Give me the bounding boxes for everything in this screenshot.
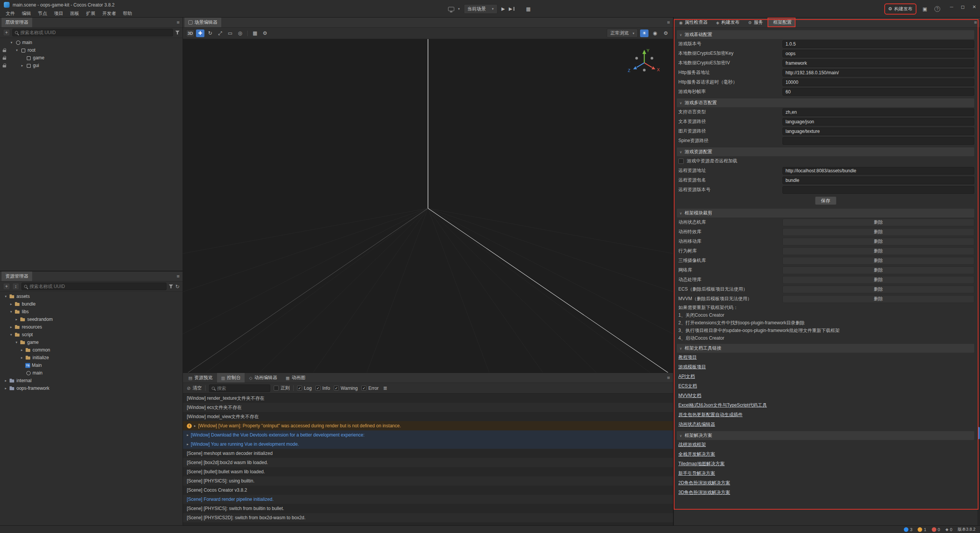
menu-item[interactable]: 文件 bbox=[2, 9, 18, 18]
inspector-tab[interactable]: 框架配置 bbox=[768, 18, 795, 27]
console-log-line[interactable]: ▸ [Window] You are running Vue in develo… bbox=[183, 440, 673, 449]
asset-node-row[interactable]: common bbox=[0, 346, 183, 354]
play-button[interactable]: ▶ bbox=[501, 6, 505, 11]
axis-gizmo[interactable]: Y X Z bbox=[628, 48, 660, 73]
expand-chevron-icon[interactable]: ▸ bbox=[194, 424, 196, 428]
bottom-panel-tab[interactable]: 动画编辑器 bbox=[245, 373, 281, 383]
asset-node-row[interactable]: seedrandom bbox=[0, 316, 183, 323]
menu-item[interactable]: 项目 bbox=[51, 9, 67, 18]
layout-icon[interactable]: ▦ bbox=[525, 6, 532, 12]
field-input[interactable] bbox=[782, 118, 974, 126]
asset-node-row[interactable]: libs bbox=[0, 308, 183, 316]
device-preview-icon[interactable] bbox=[448, 7, 454, 11]
expand-arrow-icon[interactable] bbox=[4, 386, 8, 390]
solution-link[interactable]: Tiledmap地图解决方案 bbox=[678, 461, 725, 467]
remote-load-checkbox[interactable] bbox=[678, 159, 684, 164]
console-log-line[interactable]: ▸ [Scene] Forward render pipeline initia… bbox=[183, 495, 673, 504]
hierarchy-search-field[interactable] bbox=[20, 30, 170, 35]
section-header-modules[interactable]: ∨ 框架模块裁剪 bbox=[677, 209, 974, 217]
expand-arrow-icon[interactable] bbox=[9, 333, 13, 337]
console-log-line[interactable]: ▸ [Window] model_view文件夹不存在 bbox=[183, 412, 673, 421]
minimize-button[interactable]: ─ bbox=[950, 4, 953, 10]
menu-item[interactable]: 扩展 bbox=[83, 9, 99, 18]
menu-item[interactable]: 编辑 bbox=[18, 9, 34, 18]
asset-node-row[interactable]: game bbox=[0, 338, 183, 346]
expand-chevron-icon[interactable]: ▸ bbox=[187, 442, 189, 446]
section-header-basic[interactable]: ∨ 游戏基础配置 bbox=[677, 30, 974, 39]
expand-arrow-icon[interactable] bbox=[20, 356, 24, 360]
field-input[interactable] bbox=[782, 40, 974, 48]
field-input[interactable] bbox=[782, 177, 974, 184]
console-log-line[interactable]: ▸ [Scene] [PHYSICS]: using builtin. bbox=[183, 476, 673, 486]
field-input[interactable] bbox=[782, 69, 974, 77]
delete-module-button[interactable]: 删除 bbox=[782, 228, 974, 236]
asset-node-row[interactable]: bundle bbox=[0, 300, 183, 308]
solution-link[interactable]: 3D角色扮演游戏解决方案 bbox=[678, 489, 730, 496]
collapse-logs-icon[interactable]: ≣ bbox=[382, 385, 389, 391]
tab-assets[interactable]: 资源管理器 bbox=[2, 271, 32, 281]
asset-node-row[interactable]: main bbox=[0, 369, 183, 377]
delete-module-button[interactable]: 删除 bbox=[782, 247, 974, 255]
field-input[interactable] bbox=[782, 137, 974, 145]
doc-link[interactable]: Excel格式转Json文件与TypeScript代码工具 bbox=[678, 402, 767, 409]
hierarchy-node-row[interactable]: root bbox=[0, 46, 183, 54]
field-input[interactable] bbox=[782, 88, 974, 96]
asset-node-row[interactable]: resources bbox=[0, 323, 183, 331]
expand-arrow-icon[interactable] bbox=[9, 325, 13, 329]
scene-viewport[interactable]: Y X Z bbox=[183, 39, 673, 373]
expand-arrow-icon[interactable] bbox=[15, 317, 18, 321]
console-log-line[interactable]: ▸ [Window] ecs文件夹不存在 bbox=[183, 403, 673, 412]
section-header-resource[interactable]: ∨ 游戏资源配置 bbox=[677, 147, 974, 156]
help-icon[interactable]: ? bbox=[934, 6, 940, 12]
doc-link[interactable]: 原生包热更新配置自动生成插件 bbox=[678, 412, 743, 418]
panel-menu-icon[interactable]: ≡ bbox=[667, 375, 670, 381]
rotate-tool-icon[interactable]: ↻ bbox=[206, 29, 214, 37]
expand-arrow-icon[interactable] bbox=[9, 302, 13, 306]
hierarchy-node-row[interactable]: main bbox=[0, 39, 183, 46]
hierarchy-search-input[interactable] bbox=[12, 29, 173, 36]
view-mode-select[interactable]: 正常浏览 ▾ bbox=[607, 29, 638, 38]
solution-link[interactable]: 新手引导解决方案 bbox=[678, 470, 715, 477]
field-input[interactable] bbox=[782, 167, 974, 175]
delete-module-button[interactable]: 删除 bbox=[782, 295, 974, 303]
move-tool-icon[interactable]: ✚ bbox=[196, 29, 204, 37]
inspector-tab[interactable]: 服务 bbox=[744, 18, 767, 27]
doc-link[interactable]: MVVM文档 bbox=[678, 392, 701, 399]
delete-module-button[interactable]: 删除 bbox=[782, 266, 974, 274]
section-header-language[interactable]: ∨ 游戏多语言配置 bbox=[677, 98, 974, 107]
assets-search-input[interactable] bbox=[21, 283, 167, 290]
assets-search-field[interactable] bbox=[29, 284, 164, 289]
asset-node-row[interactable]: script bbox=[0, 331, 183, 338]
doc-link[interactable]: 动画状态机编辑器 bbox=[678, 421, 715, 428]
expand-arrow-icon[interactable] bbox=[4, 294, 8, 298]
console-filter-checkbox[interactable]: Log bbox=[297, 386, 312, 391]
filter-icon[interactable] bbox=[169, 284, 173, 288]
menu-item[interactable]: 节点 bbox=[34, 9, 51, 18]
tab-hierarchy[interactable]: 层级管理器 bbox=[2, 18, 32, 27]
scale-tool-icon[interactable]: ⤢ bbox=[216, 29, 224, 37]
solution-link[interactable]: 战棋游戏框架 bbox=[678, 441, 706, 448]
asset-node-row[interactable]: Main bbox=[0, 361, 183, 369]
expand-arrow-icon[interactable] bbox=[20, 64, 24, 67]
info-count[interactable]: 3 bbox=[904, 527, 912, 532]
field-input[interactable] bbox=[782, 128, 974, 135]
console-search-field[interactable] bbox=[217, 386, 268, 391]
bottom-panel-tab[interactable]: 动画图 bbox=[282, 373, 309, 383]
step-button[interactable]: ▶ bbox=[509, 6, 514, 11]
expand-arrow-icon[interactable] bbox=[15, 340, 18, 344]
panel-menu-icon[interactable]: ≡ bbox=[176, 273, 180, 279]
console-log-line[interactable]: ▸ [Scene] Cocos Creator v3.8.2 bbox=[183, 486, 673, 495]
field-input[interactable] bbox=[782, 186, 974, 194]
inspector-tab[interactable]: 构建发布 bbox=[712, 18, 743, 27]
menu-item[interactable]: 开发者 bbox=[99, 9, 119, 18]
perf-count[interactable]: ◆ 0 bbox=[946, 527, 952, 532]
refresh-icon[interactable]: ↻ bbox=[175, 284, 180, 289]
asset-node-row[interactable]: internal bbox=[0, 377, 183, 384]
solution-link[interactable]: 全栈开发解决方案 bbox=[678, 451, 715, 458]
panel-menu-icon[interactable]: ≡ bbox=[974, 20, 977, 25]
doc-link[interactable]: ECS文档 bbox=[678, 383, 697, 389]
save-button[interactable]: 保存 bbox=[815, 196, 836, 205]
console-log-line[interactable]: ▸ [Window] [Vue warn]: Property "onInput… bbox=[183, 421, 673, 430]
expand-arrow-icon[interactable] bbox=[20, 348, 24, 352]
console-search-input[interactable] bbox=[209, 384, 270, 392]
